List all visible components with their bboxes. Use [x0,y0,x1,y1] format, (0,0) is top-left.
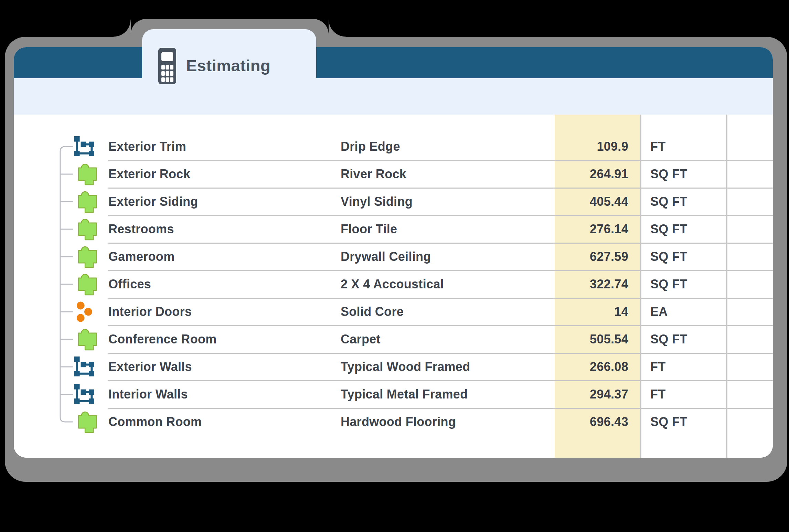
area-icon [74,218,97,241]
area-icon [74,328,97,351]
item-name-cell[interactable]: Interior Doors [108,305,192,319]
table-row[interactable]: Exterior Trim Drip Edge 109.9 FT [14,133,773,160]
description-cell[interactable]: Typical Metal Framed [341,387,468,402]
table-row[interactable]: Gameroom Drywall Ceiling 627.59 SQ FT [14,243,773,270]
unit-cell: FT [650,387,666,402]
unit-cell: SQ FT [650,249,687,264]
unit-cell: SQ FT [650,332,687,347]
tab-fillet-right [329,20,346,37]
item-name-cell[interactable]: Exterior Rock [108,167,190,181]
unit-cell: SQ FT [650,194,687,209]
area-icon [74,245,97,268]
description-cell[interactable]: Typical Wood Framed [341,360,470,374]
tab-fillet-left [114,20,131,37]
quantity-cell[interactable]: 627.59 [555,249,628,264]
quantity-cell[interactable]: 322.74 [555,277,628,291]
item-name-cell[interactable]: Exterior Trim [108,139,186,154]
unit-cell: SQ FT [650,415,687,429]
item-name-cell[interactable]: Exterior Siding [108,194,198,209]
quantity-cell[interactable]: 109.9 [555,139,628,154]
description-cell[interactable]: Hardwood Flooring [341,415,456,429]
item-name-cell[interactable]: Common Room [108,415,202,429]
perimeter-icon [74,136,95,157]
description-cell[interactable]: Solid Core [341,305,404,319]
unit-cell: SQ FT [650,222,687,236]
item-name-cell[interactable]: Gameroom [108,249,174,264]
tab-label: Estimating [186,56,270,75]
quantity-cell[interactable]: 276.14 [555,222,628,236]
item-name-cell[interactable]: Restrooms [108,222,174,236]
unit-cell: SQ FT [650,167,687,181]
item-name-cell[interactable]: Exterior Walls [108,360,192,374]
item-name-cell[interactable]: Conference Room [108,332,217,347]
table-row[interactable]: Common Room Hardwood Flooring 696.43 SQ … [14,408,773,436]
perimeter-icon [74,357,95,377]
description-cell[interactable]: River Rock [341,167,406,181]
description-cell[interactable]: Drywall Ceiling [341,249,431,264]
estimate-table: Exterior Trim Drip Edge 109.9 FT Exterio… [14,115,773,458]
table-row[interactable]: Exterior Siding Vinyl Siding 405.44 SQ F… [14,188,773,215]
unit-cell: EA [650,305,668,319]
description-cell[interactable]: Vinyl Siding [341,194,413,209]
description-cell[interactable]: Carpet [341,332,381,347]
description-cell[interactable]: Floor Tile [341,222,397,236]
calculator-icon [158,47,177,85]
area-icon [74,273,97,296]
quantity-cell[interactable]: 264.91 [555,167,628,181]
quantity-cell[interactable]: 405.44 [555,194,628,209]
table-row[interactable]: Restrooms Floor Tile 276.14 SQ FT [14,215,773,243]
item-name-cell[interactable]: Interior Walls [108,387,188,402]
table-row[interactable]: Offices 2 X 4 Accoustical 322.74 SQ FT [14,270,773,298]
quantity-cell[interactable]: 266.08 [555,360,628,374]
table-row[interactable]: Conference Room Carpet 505.54 SQ FT [14,326,773,353]
table-row[interactable]: Exterior Rock River Rock 264.91 SQ FT [14,160,773,188]
table-row[interactable]: Exterior Walls Typical Wood Framed 266.0… [14,353,773,381]
tab-estimating[interactable]: Estimating [142,29,316,115]
table-row[interactable]: Interior Doors Solid Core 14 EA [14,298,773,326]
unit-cell: FT [650,360,666,374]
quantity-cell[interactable]: 14 [555,305,628,319]
toolbar-band [14,78,773,115]
header-bar-left [14,47,142,78]
area-icon [74,190,97,213]
description-cell[interactable]: 2 X 4 Accoustical [341,277,444,291]
header-bar-right [316,47,773,78]
unit-cell: SQ FT [650,277,687,291]
area-icon [74,163,97,186]
count-icon [74,301,95,322]
unit-cell: FT [650,139,666,154]
quantity-cell[interactable]: 294.37 [555,387,628,402]
estimating-window: Exterior Trim Drip Edge 109.9 FT Exterio… [0,0,789,532]
item-name-cell[interactable]: Offices [108,277,151,291]
table-row[interactable]: Interior Walls Typical Metal Framed 294.… [14,381,773,408]
quantity-cell[interactable]: 696.43 [555,415,628,429]
perimeter-icon [74,384,95,405]
estimating-card: Exterior Trim Drip Edge 109.9 FT Exterio… [14,47,773,458]
area-icon [74,411,97,434]
quantity-cell[interactable]: 505.54 [555,332,628,347]
description-cell[interactable]: Drip Edge [341,139,400,154]
